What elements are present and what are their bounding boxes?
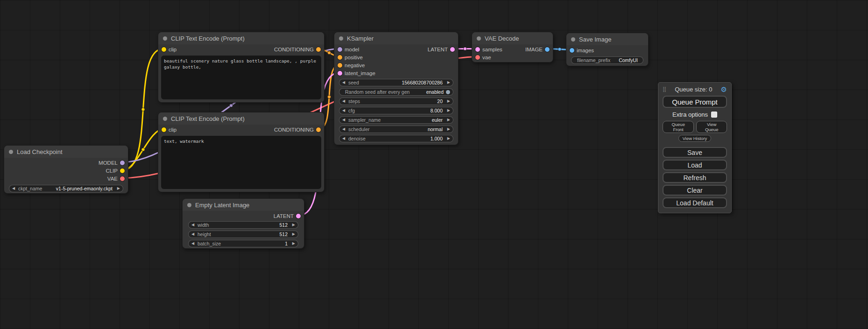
- widget-value: euler: [432, 117, 443, 123]
- increment-arrow-icon[interactable]: ▶: [290, 242, 295, 245]
- drag-handle-icon[interactable]: ⣿: [663, 86, 666, 92]
- node-title-bar[interactable]: Empty Latent Image: [183, 199, 304, 211]
- model-output-port[interactable]: [120, 161, 125, 165]
- widget-label: scheduler: [348, 126, 370, 132]
- queue-prompt-button[interactable]: Queue Prompt: [663, 96, 727, 108]
- queue-front-button[interactable]: Queue Front: [663, 121, 694, 133]
- seed-widget[interactable]: ◀ seed 156680208700286 ▶: [339, 79, 453, 86]
- batch-size-widget[interactable]: ◀ batch_size 1 ▶: [188, 240, 298, 247]
- extra-options-checkbox[interactable]: [711, 112, 717, 118]
- image-output-port[interactable]: [545, 47, 550, 52]
- clip-output-port[interactable]: [120, 168, 125, 173]
- width-widget[interactable]: ◀ width 512 ▶: [188, 221, 298, 229]
- load-default-button[interactable]: Load Default: [663, 197, 727, 208]
- widget-value: 20: [437, 98, 443, 104]
- load-button[interactable]: Load: [663, 160, 727, 170]
- node-collapse-dot-icon[interactable]: [339, 36, 343, 41]
- node-empty-latent-image[interactable]: Empty Latent Image LATENT ◀ width 512 ▶ …: [182, 198, 304, 249]
- node-title-bar[interactable]: CLIP Text Encode (Prompt): [158, 32, 324, 44]
- node-title-bar[interactable]: KSampler: [334, 32, 458, 44]
- denoise-widget[interactable]: ◀ denoise 1.000 ▶: [339, 135, 453, 142]
- node-ksampler[interactable]: KSampler LATENT model positive negative …: [334, 32, 459, 145]
- settings-gear-icon[interactable]: ⚙: [721, 86, 727, 93]
- ckpt-name-widget[interactable]: ◀ ckpt_name v1-5-pruned-emaonly.ckpt ▶: [9, 185, 123, 192]
- node-title-bar[interactable]: VAE Decode: [472, 32, 553, 44]
- clip-input-port[interactable]: [162, 47, 166, 52]
- node-title-bar[interactable]: Save Image: [566, 33, 648, 45]
- decrement-arrow-icon[interactable]: ◀: [191, 242, 197, 245]
- scheduler-widget[interactable]: ◀ scheduler normal ▶: [339, 126, 453, 133]
- height-widget[interactable]: ◀ height 512 ▶: [188, 231, 298, 238]
- increment-arrow-icon[interactable]: ▶: [445, 109, 450, 112]
- decrement-arrow-icon[interactable]: ◀: [342, 109, 347, 112]
- widget-label: batch_size: [198, 241, 221, 246]
- increment-arrow-icon[interactable]: ▶: [445, 137, 450, 140]
- prompt-textarea[interactable]: beautiful scenery nature glass bottle la…: [161, 56, 321, 99]
- increment-arrow-icon[interactable]: ▶: [290, 232, 295, 236]
- steps-widget[interactable]: ◀ steps 20 ▶: [339, 98, 453, 105]
- input-label: clip: [169, 47, 176, 52]
- decrement-arrow-icon[interactable]: ◀: [12, 187, 17, 190]
- node-title-bar[interactable]: CLIP Text Encode (Prompt): [158, 112, 324, 125]
- decrement-arrow-icon[interactable]: ◀: [342, 81, 347, 84]
- input-slot-latent-image: latent_image: [334, 69, 458, 77]
- negative-input-port[interactable]: [338, 63, 342, 68]
- widget-label: width: [198, 222, 209, 228]
- node-collapse-dot-icon[interactable]: [571, 37, 575, 42]
- node-title: CLIP Text Encode (Prompt): [171, 35, 245, 42]
- increment-arrow-icon[interactable]: ▶: [290, 223, 295, 227]
- comfyui-canvas[interactable]: { "icons": { "decrement_arrow": "◀", "in…: [0, 0, 868, 329]
- sampler-name-widget[interactable]: ◀ sampler_name euler ▶: [339, 116, 453, 124]
- images-input-port[interactable]: [570, 48, 574, 53]
- decrement-arrow-icon[interactable]: ◀: [191, 232, 197, 236]
- random-seed-toggle-widget[interactable]: Random seed after every gen enabled: [339, 88, 453, 96]
- decrement-arrow-icon[interactable]: ◀: [342, 99, 347, 103]
- increment-arrow-icon[interactable]: ▶: [445, 81, 450, 84]
- latent-image-input-port[interactable]: [338, 71, 342, 76]
- vae-output-port[interactable]: [120, 176, 125, 181]
- decrement-arrow-icon[interactable]: ◀: [342, 118, 347, 122]
- node-clip-text-encode-positive[interactable]: CLIP Text Encode (Prompt) clip CONDITION…: [158, 32, 325, 103]
- decrement-arrow-icon[interactable]: ◀: [342, 127, 347, 131]
- view-queue-button[interactable]: View Queue: [696, 121, 727, 133]
- filename-prefix-widget[interactable]: filename_prefix ComfyUI: [571, 56, 643, 64]
- view-history-button[interactable]: View History: [678, 135, 712, 142]
- prompt-textarea[interactable]: text, watermark: [161, 136, 321, 189]
- node-collapse-dot-icon[interactable]: [163, 36, 167, 41]
- decrement-arrow-icon[interactable]: ◀: [342, 137, 347, 140]
- increment-arrow-icon[interactable]: ▶: [445, 118, 450, 122]
- node-load-checkpoint[interactable]: Load Checkpoint MODEL CLIP VAE ◀ ckpt_na…: [4, 145, 128, 194]
- output-label: CLIP: [106, 168, 118, 174]
- samples-input-port[interactable]: [475, 47, 480, 52]
- increment-arrow-icon[interactable]: ▶: [445, 127, 450, 131]
- positive-input-port[interactable]: [338, 55, 342, 60]
- conditioning-output-port[interactable]: [316, 47, 321, 52]
- node-title: KSampler: [347, 35, 374, 42]
- cfg-widget[interactable]: ◀ cfg 8.000 ▶: [339, 107, 453, 114]
- node-clip-text-encode-negative[interactable]: CLIP Text Encode (Prompt) clip CONDITION…: [158, 112, 325, 192]
- node-vae-decode[interactable]: VAE Decode samples IMAGE vae: [472, 32, 553, 63]
- output-label: VAE: [107, 176, 118, 182]
- save-button[interactable]: Save: [663, 147, 727, 158]
- model-input-port[interactable]: [338, 47, 342, 52]
- widget-label: steps: [348, 98, 360, 104]
- node-collapse-dot-icon[interactable]: [163, 117, 167, 121]
- conditioning-output-port[interactable]: [316, 127, 321, 132]
- increment-arrow-icon[interactable]: ▶: [445, 99, 450, 103]
- node-title-bar[interactable]: Load Checkpoint: [4, 146, 128, 158]
- increment-arrow-icon[interactable]: ▶: [115, 187, 120, 190]
- node-save-image[interactable]: Save Image images filename_prefix ComfyU…: [566, 33, 649, 66]
- node-collapse-dot-icon[interactable]: [9, 150, 13, 154]
- clip-input-port[interactable]: [162, 127, 166, 132]
- history-row: View History: [663, 135, 727, 142]
- node-collapse-dot-icon[interactable]: [187, 203, 191, 207]
- refresh-button[interactable]: Refresh: [663, 172, 727, 183]
- decrement-arrow-icon[interactable]: ◀: [191, 223, 197, 227]
- toggle-indicator-icon[interactable]: [446, 90, 450, 94]
- vae-input-port[interactable]: [475, 55, 480, 60]
- widget-label: seed: [348, 80, 359, 85]
- latent-output-port[interactable]: [296, 214, 301, 218]
- output-slot-latent: LATENT: [183, 212, 304, 220]
- node-collapse-dot-icon[interactable]: [477, 36, 481, 41]
- clear-button[interactable]: Clear: [663, 185, 727, 196]
